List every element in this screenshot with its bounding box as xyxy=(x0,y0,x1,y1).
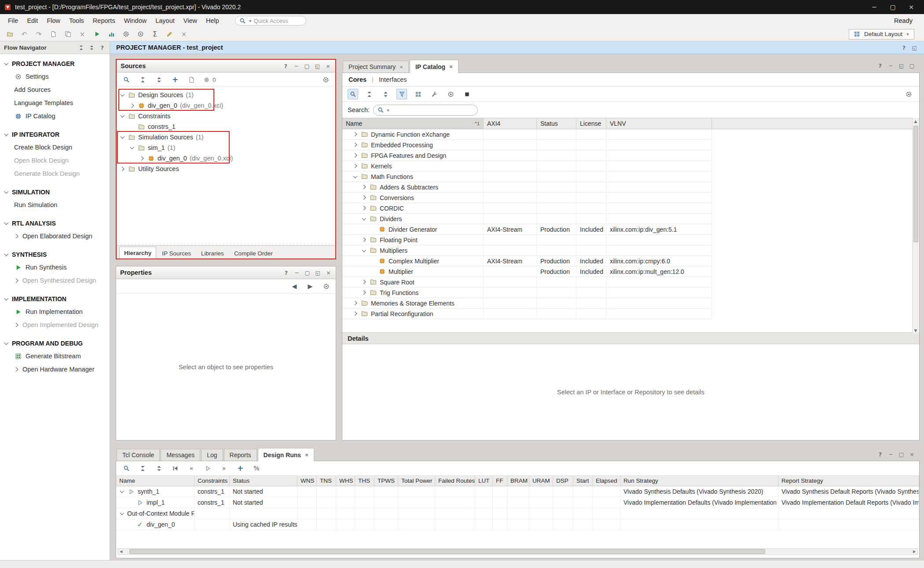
dr-column-ff[interactable]: FF xyxy=(493,476,507,486)
dr-column-name[interactable]: Name xyxy=(116,476,194,486)
close-icon[interactable]: × xyxy=(325,63,331,69)
dr-column-start[interactable]: Start xyxy=(573,476,593,486)
source-tree-item[interactable]: Simulation Sources(1) xyxy=(117,132,335,142)
arrow-left-button[interactable]: ◀ xyxy=(289,281,300,291)
ip-catalog-row[interactable]: Multipliers xyxy=(342,245,919,256)
chevron-right-icon[interactable] xyxy=(14,323,19,328)
redo-button[interactable]: ↷ xyxy=(33,29,44,40)
expand-all-button[interactable] xyxy=(154,463,164,473)
ip-catalog-row[interactable]: Memories & Storage Elements xyxy=(342,298,919,309)
chevron-down-icon[interactable] xyxy=(130,146,135,150)
help-icon[interactable]: ? xyxy=(283,269,290,276)
edit-button[interactable] xyxy=(164,29,175,40)
rewind-button[interactable]: « xyxy=(186,463,197,473)
search-button[interactable] xyxy=(121,74,132,85)
chevron-down-icon[interactable] xyxy=(362,216,367,221)
cancel-button[interactable]: × xyxy=(179,29,189,40)
ip-catalog-row[interactable]: Square Root xyxy=(342,277,919,288)
search-button[interactable] xyxy=(348,89,358,99)
ip-catalog-row[interactable]: Embedded Processing xyxy=(342,140,919,150)
ip-catalog-row[interactable]: CORDIC xyxy=(342,203,919,214)
design-run-row[interactable]: Out-of-Context Module Runs xyxy=(116,508,919,519)
maximize-icon[interactable]: ▢ xyxy=(898,451,905,458)
sidebar-item-open-hardware-manager[interactable]: Open Hardware Manager xyxy=(0,363,110,376)
ip-catalog-row[interactable]: Dividers xyxy=(342,214,919,224)
ip-catalog-row[interactable]: Math Functions xyxy=(342,171,919,182)
design-run-row[interactable]: ✓div_gen_0Using cached IP results xyxy=(116,519,919,530)
sidebar-item-run-synthesis[interactable]: Run Synthesis xyxy=(0,261,110,274)
ip-catalog-row[interactable]: Kernels xyxy=(342,161,919,171)
sidebar-item-ip-catalog[interactable]: IP Catalog xyxy=(0,109,110,123)
help-icon[interactable]: ? xyxy=(877,451,884,458)
maximize-button[interactable]: ▢ xyxy=(884,0,902,14)
menu-help[interactable]: Help xyxy=(202,15,224,26)
menu-flow[interactable]: Flow xyxy=(42,15,65,26)
chevron-down-icon[interactable] xyxy=(120,511,125,516)
tab-close-icon[interactable]: × xyxy=(449,63,453,70)
maximize-icon[interactable]: ▢ xyxy=(909,62,915,69)
chevron-right-icon[interactable] xyxy=(120,167,125,171)
source-tree-item[interactable]: constrs_1 xyxy=(117,121,335,132)
dr-column-ths[interactable]: THS xyxy=(355,476,374,486)
collapse-all-button[interactable] xyxy=(364,89,374,99)
run-manager-button[interactable] xyxy=(106,29,117,40)
sidebar-item-open-implemented-design[interactable]: Open Implemented Design xyxy=(0,318,110,331)
chevron-right-icon[interactable] xyxy=(14,367,19,372)
down-icon[interactable]: ▼ xyxy=(913,327,919,334)
dr-column-run-strategy[interactable]: Run Strategy xyxy=(620,476,778,486)
menu-edit[interactable]: Edit xyxy=(22,15,42,26)
chevron-down-icon[interactable] xyxy=(120,135,125,140)
help-icon[interactable]: ? xyxy=(99,44,106,51)
sources-tab-compile-order[interactable]: Compile Order xyxy=(230,248,277,259)
sidebar-section-header-synthesis[interactable]: SYNTHESIS xyxy=(0,248,110,261)
stop-button[interactable] xyxy=(462,89,472,99)
percent-button[interactable]: % xyxy=(251,463,262,473)
filter-button[interactable] xyxy=(396,89,407,99)
chevron-right-icon[interactable] xyxy=(353,164,358,168)
ip-catalog-row[interactable]: Floating Point xyxy=(342,235,919,245)
source-tree-item[interactable]: Utility Sources xyxy=(117,164,335,174)
collapse-all-button[interactable] xyxy=(137,74,148,85)
help-icon[interactable]: ? xyxy=(901,44,907,51)
chevron-right-icon[interactable] xyxy=(362,237,367,242)
wrench-button[interactable] xyxy=(429,89,440,99)
ip-column-status[interactable]: Status xyxy=(537,118,576,129)
gear-button[interactable] xyxy=(903,89,914,99)
menu-reports[interactable]: Reports xyxy=(88,15,120,26)
ip-catalog-row[interactable]: Dynamic Function eXchange xyxy=(342,129,919,140)
sources-tab-ip-sources[interactable]: IP Sources xyxy=(158,248,195,259)
ip-search-input[interactable] xyxy=(391,107,474,113)
source-tree-item[interactable]: sim_1(1) xyxy=(117,142,335,153)
chevron-right-icon[interactable] xyxy=(362,280,367,284)
layout-selector[interactable]: Default Layout ▾ xyxy=(849,29,914,40)
tab-tcl-console[interactable]: Tcl Console xyxy=(117,449,160,461)
chevron-down-icon[interactable] xyxy=(4,252,9,257)
ip-catalog-row[interactable]: Adders & Subtracters xyxy=(342,182,919,193)
add-button[interactable]: + xyxy=(235,463,246,473)
gear-button[interactable] xyxy=(321,281,331,291)
gear-button[interactable] xyxy=(320,74,331,85)
collapse-all-icon[interactable] xyxy=(78,44,84,51)
search-button[interactable] xyxy=(121,463,132,473)
ip-column-license[interactable]: License xyxy=(576,118,606,129)
quick-access-search[interactable]: ▾ xyxy=(235,16,306,25)
sidebar-section-header-program-and-debug[interactable]: PROGRAM AND DEBUG xyxy=(0,337,110,350)
chevron-right-icon[interactable] xyxy=(14,234,19,239)
forward-button[interactable]: » xyxy=(219,463,229,473)
dr-column-report-strategy[interactable]: Report Strategy xyxy=(778,476,919,486)
target-button[interactable] xyxy=(445,89,456,99)
menu-file[interactable]: File xyxy=(4,15,22,26)
dr-column-dsp[interactable]: DSP xyxy=(553,476,573,486)
minimize-icon[interactable]: ─ xyxy=(293,269,300,276)
ip-column-axi4[interactable]: AXI4 xyxy=(484,118,537,129)
chevron-right-icon[interactable] xyxy=(353,153,358,158)
chevron-right-icon[interactable] xyxy=(353,142,358,147)
sidebar-item-create-block-design[interactable]: Create Block Design xyxy=(0,141,110,154)
sidebar-item-add-sources[interactable]: Add Sources xyxy=(0,83,110,96)
open-project-button[interactable] xyxy=(4,29,15,40)
ip-column-name[interactable]: Name^1 xyxy=(342,118,484,129)
help-icon[interactable]: ? xyxy=(282,63,289,69)
collapse-all-button[interactable] xyxy=(137,463,148,473)
chevron-down-icon[interactable] xyxy=(362,248,367,253)
sidebar-section-header-implementation[interactable]: IMPLEMENTATION xyxy=(0,293,110,305)
